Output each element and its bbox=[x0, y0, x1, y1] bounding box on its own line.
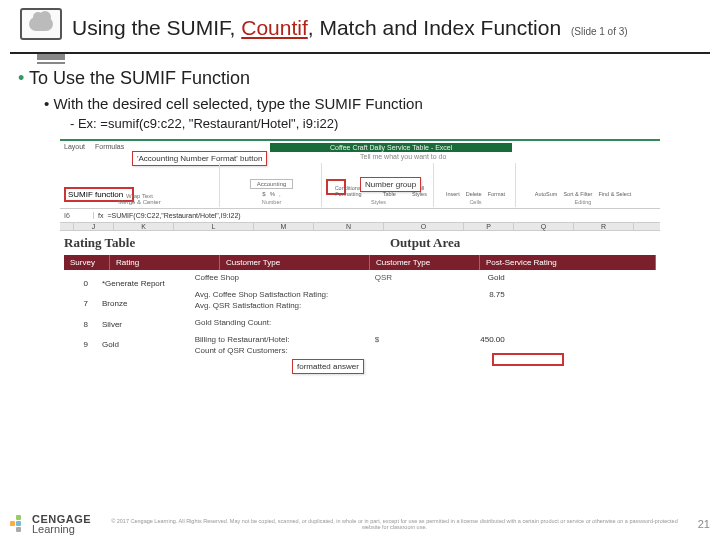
rating-table: 0*Generate Report 7Bronze 8Silver 9Gold bbox=[64, 272, 175, 356]
bullet-level-3: Ex: =sumif(c9:c22, "Restaurant/Hotel", i… bbox=[70, 116, 702, 131]
hdr-customer-type: Customer Type bbox=[220, 255, 370, 270]
autosum-button[interactable]: AutoSum bbox=[535, 191, 558, 197]
col-K[interactable]: K bbox=[114, 223, 174, 230]
worksheet-area[interactable]: Rating Table Output Area Number group Su… bbox=[60, 231, 660, 411]
formula-bar[interactable]: I6 fx =SUMIF(C9:C22,"Restaurant/Hotel",I… bbox=[60, 209, 660, 223]
cengage-logo: CENGAGELearning bbox=[10, 514, 91, 534]
ribbon-editing-group: AutoSum Sort & Filter Find & Select Edit… bbox=[518, 163, 648, 207]
col-N[interactable]: N bbox=[314, 223, 384, 230]
copyright-text: © 2017 Cengage Learning. All Rights Rese… bbox=[91, 518, 698, 530]
excel-ribbon: Coffee Craft Daily Service Table - Excel… bbox=[60, 141, 660, 209]
tab-layout[interactable]: Layout bbox=[64, 143, 85, 150]
callout-number-group: Number group bbox=[360, 177, 421, 192]
ribbon-number-group: Accounting $ % , Number bbox=[222, 163, 322, 207]
name-box[interactable]: I6 bbox=[64, 212, 94, 219]
table-row: 9Gold bbox=[66, 336, 173, 355]
logo-icon bbox=[10, 515, 28, 533]
highlight-formatted-answer bbox=[492, 353, 564, 366]
col-Q[interactable]: Q bbox=[514, 223, 574, 230]
formula-input[interactable]: =SUMIF(C9:C22,"Restaurant/Hotel",I9:I22) bbox=[107, 212, 240, 219]
table-row: Coffee ShopQSRGold bbox=[195, 272, 656, 283]
hdr-customer-type-2: Customer Type bbox=[370, 255, 480, 270]
table-row: 8Silver bbox=[66, 315, 173, 334]
header-row: Survey Rating Customer Type Customer Typ… bbox=[64, 255, 656, 270]
hdr-rating: Rating bbox=[110, 255, 220, 270]
output-table: Coffee ShopQSRGold Avg. Coffee Shop Sati… bbox=[195, 272, 656, 356]
percent-icon[interactable]: % bbox=[270, 191, 275, 197]
monitor-cloud-icon bbox=[20, 8, 72, 48]
rating-table-title: Rating Table bbox=[64, 235, 656, 251]
ribbon-cells-group: Insert Delete Format Cells bbox=[436, 163, 516, 207]
col-M[interactable]: M bbox=[254, 223, 314, 230]
currency-icon[interactable]: $ bbox=[262, 191, 265, 197]
table-row: 7Bronze bbox=[66, 295, 173, 314]
col-O[interactable]: O bbox=[384, 223, 464, 230]
insert-button[interactable]: Insert bbox=[446, 191, 460, 197]
hdr-survey: Survey bbox=[64, 255, 110, 270]
col-L[interactable]: L bbox=[174, 223, 254, 230]
tell-me[interactable]: Tell me what you want to do bbox=[360, 153, 446, 160]
hdr-post-service-rating: Post-Service Rating bbox=[480, 255, 656, 270]
format-button[interactable]: Format bbox=[488, 191, 505, 197]
col-P[interactable]: P bbox=[464, 223, 514, 230]
table-row: Gold Standing Count: bbox=[195, 317, 656, 328]
number-format-select[interactable]: Accounting bbox=[250, 179, 294, 189]
sort-filter-button[interactable]: Sort & Filter bbox=[563, 191, 592, 197]
tab-formulas[interactable]: Formulas bbox=[95, 143, 124, 150]
col-J[interactable]: J bbox=[74, 223, 114, 230]
bullet-level-2: With the desired cell selected, type the… bbox=[44, 95, 702, 112]
table-row: 0*Generate Report bbox=[66, 274, 173, 293]
callout-formatted-answer: formatted answer bbox=[292, 359, 364, 374]
slide-title: Using the SUMIF, Countif, Match and Inde… bbox=[72, 16, 700, 40]
group-label-editing: Editing bbox=[575, 199, 592, 205]
find-select-button[interactable]: Find & Select bbox=[598, 191, 631, 197]
ribbon-alignment-group: Wrap Text Merge & Center bbox=[60, 163, 220, 207]
table-row: Billing to Restaurant/Hotel:$450.00 bbox=[195, 334, 656, 345]
slide-footer: CENGAGELearning © 2017 Cengage Learning.… bbox=[10, 514, 710, 534]
excel-screenshot: Joy Stark Coffee Craft Daily Service Tab… bbox=[60, 139, 660, 411]
page-number: 21 bbox=[698, 518, 710, 530]
table-row: Avg. Coffee Shop Satisfaction Rating:8.7… bbox=[195, 289, 656, 300]
slide-header: Using the SUMIF, Countif, Match and Inde… bbox=[10, 0, 710, 54]
delete-button[interactable]: Delete bbox=[466, 191, 482, 197]
table-row: Avg. QSR Satisfaction Rating: bbox=[195, 300, 656, 311]
window-title: Coffee Craft Daily Service Table - Excel bbox=[270, 143, 512, 152]
col-R[interactable]: R bbox=[574, 223, 634, 230]
slide-counter: (Slide 1 of 3) bbox=[571, 26, 628, 37]
group-label-cells: Cells bbox=[469, 199, 481, 205]
column-headers: J K L M N O P Q R bbox=[60, 223, 660, 231]
group-label-styles: Styles bbox=[371, 199, 386, 205]
bullet-level-1: To Use the SUMIF Function bbox=[18, 68, 702, 89]
fx-icon[interactable]: fx bbox=[98, 212, 103, 219]
group-label-number: Number bbox=[262, 199, 282, 205]
content-area: To Use the SUMIF Function With the desir… bbox=[0, 54, 720, 411]
output-area-title: Output Area bbox=[390, 235, 460, 251]
merge-center-button[interactable]: Merge & Center bbox=[118, 199, 160, 205]
table-row: Count of QSR Customers: bbox=[195, 345, 656, 356]
ribbon-tabs: Layout Formulas bbox=[64, 143, 132, 150]
comma-icon[interactable]: , bbox=[279, 191, 281, 197]
